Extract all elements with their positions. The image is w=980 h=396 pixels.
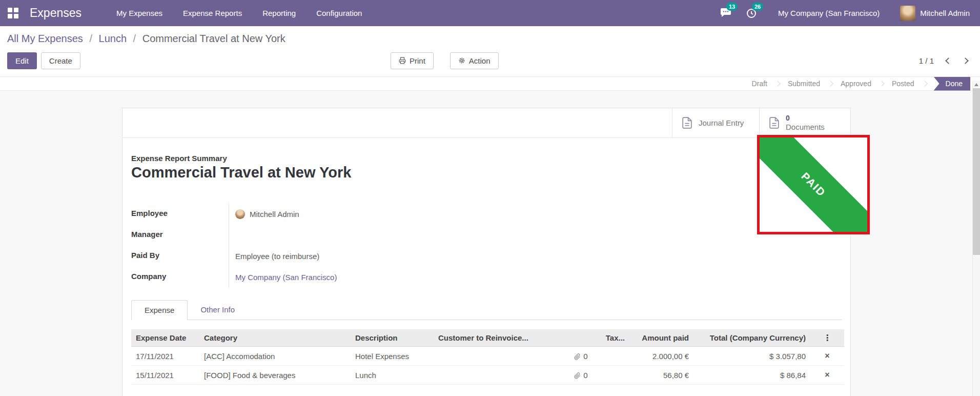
column-header-attachments — [562, 329, 600, 347]
field-value-company[interactable]: My Company (San Francisco) — [229, 267, 449, 288]
user-avatar — [900, 6, 915, 21]
column-header-amount-paid[interactable]: Amount paid — [629, 329, 693, 347]
field-label-company: Company — [131, 267, 229, 288]
cell-tax — [600, 366, 629, 385]
cell-attachments: 0 — [562, 347, 600, 366]
employee-avatar — [235, 209, 245, 219]
tab-expense[interactable]: Expense — [131, 300, 188, 320]
navbar-systray: 13 26 My Company (San Francisco) Mitchel… — [708, 6, 970, 21]
app-menu: My Expenses Expense Reports Reporting Co… — [116, 7, 362, 19]
top-navbar: Expenses My Expenses Expense Reports Rep… — [0, 0, 980, 26]
cell-expense-date: 17/11/2021 — [131, 347, 199, 366]
scrollbar-up-arrow-icon[interactable] — [974, 83, 978, 86]
pager-next-button[interactable] — [962, 57, 969, 64]
app-brand[interactable]: Expenses — [30, 6, 81, 20]
apps-menu-button[interactable] — [0, 0, 26, 26]
status-step-submitted[interactable]: Submitted — [780, 80, 828, 88]
journal-entry-button[interactable]: Journal Entry — [672, 108, 759, 137]
field-label-manager: Manager — [131, 225, 229, 246]
menu-item-my-expenses[interactable]: My Expenses — [116, 7, 162, 19]
column-header-category[interactable]: Category — [199, 329, 351, 347]
button-box-strip: Journal Entry 0 Documents — [122, 108, 850, 138]
column-header-empty — [539, 329, 562, 347]
form-sheet: Expense Report Summary Commercial Travel… — [122, 154, 850, 385]
messages-badge: 13 — [726, 3, 738, 11]
status-step-posted[interactable]: Posted — [884, 80, 923, 88]
user-menu[interactable]: Mitchell Admin — [900, 6, 970, 21]
column-header-description[interactable]: Description — [351, 329, 434, 347]
paperclip-icon — [574, 372, 581, 379]
report-title: Commercial Travel at New York — [131, 164, 842, 181]
cell-category: [ACC] Accomodation — [199, 347, 351, 366]
status-step-done-active[interactable]: Done — [934, 77, 970, 91]
menu-item-expense-reports[interactable]: Expense Reports — [183, 7, 242, 19]
cell-description: Lunch — [351, 366, 434, 385]
summary-field-label: Expense Report Summary — [131, 154, 842, 163]
activities-badge: 26 — [752, 3, 763, 11]
cell-customer — [434, 347, 539, 366]
tab-other-info[interactable]: Other Info — [188, 300, 248, 320]
messages-button[interactable]: 13 — [720, 7, 734, 20]
scrollbar-thumb[interactable] — [973, 88, 980, 255]
breadcrumb-current: Commercial Travel at New York — [142, 33, 285, 44]
cell-total: $ 3.057,80 — [693, 347, 810, 366]
field-value-employee: Mitchell Admin — [229, 204, 449, 225]
delete-row-button[interactable]: × — [810, 347, 844, 366]
breadcrumb-lunch[interactable]: Lunch — [99, 33, 127, 44]
menu-item-reporting[interactable]: Reporting — [262, 7, 296, 19]
gear-icon — [458, 57, 465, 64]
form-view-background: Journal Entry 0 Documents PAID Expense R… — [0, 108, 980, 396]
pager: 1 / 1 — [919, 56, 968, 65]
cell-expense-date: 15/11/2021 — [131, 366, 199, 385]
action-menus: Print Action — [391, 52, 499, 69]
company-switcher[interactable]: My Company (San Francisco) — [778, 9, 880, 17]
column-header-customer[interactable]: Customer to Reinvoice... — [434, 329, 539, 347]
breadcrumb-all-my-expenses[interactable]: All My Expenses — [7, 33, 83, 44]
apps-grid-icon — [8, 8, 18, 18]
user-name: Mitchell Admin — [920, 9, 970, 17]
cell-amount-paid: 56,80 € — [629, 366, 693, 385]
column-header-tax[interactable]: Tax... — [600, 329, 629, 347]
status-step-approved[interactable]: Approved — [832, 80, 880, 88]
documents-label: Documents — [786, 123, 825, 132]
cell-empty — [539, 347, 562, 366]
documents-count: 0 — [786, 114, 825, 123]
document-icon — [768, 116, 781, 129]
paperclip-icon — [574, 353, 581, 360]
table-row[interactable]: 17/11/2021 [ACC] Accomodation Hotel Expe… — [131, 347, 844, 366]
journal-entry-label: Journal Entry — [699, 118, 744, 127]
statusbar: Draft Submitted Approved Posted Done — [0, 76, 980, 91]
menu-item-configuration[interactable]: Configuration — [316, 7, 362, 19]
printer-icon — [399, 57, 406, 64]
breadcrumb-separator: / — [89, 33, 92, 44]
cell-attachments: 0 — [562, 366, 600, 385]
action-button[interactable]: Action — [450, 52, 499, 69]
vertical-scrollbar[interactable] — [972, 81, 980, 396]
cell-empty — [539, 366, 562, 385]
breadcrumb: All My Expenses / Lunch / Commercial Tra… — [7, 33, 968, 45]
pager-count[interactable]: 1 / 1 — [919, 56, 934, 65]
status-separator-icon — [922, 81, 927, 86]
column-header-total[interactable]: Total (Company Currency) — [693, 329, 810, 347]
status-step-draft[interactable]: Draft — [744, 80, 775, 88]
cell-total: $ 86,84 — [693, 366, 810, 385]
print-button[interactable]: Print — [391, 52, 434, 69]
expense-lines-table: Expense Date Category Description Custom… — [131, 329, 844, 385]
edit-button[interactable]: Edit — [7, 52, 37, 69]
cell-description: Hotel Expenses — [351, 347, 434, 366]
table-row[interactable]: 15/11/2021 [FOOD] Food & beverages Lunch… — [131, 366, 844, 385]
pager-previous-button[interactable] — [945, 57, 952, 64]
create-button[interactable]: Create — [41, 52, 80, 69]
cell-tax — [600, 347, 629, 366]
activities-button[interactable]: 26 — [745, 7, 760, 20]
document-icon — [681, 116, 693, 129]
control-panel-buttons-row: Edit Create Print Action 1 / 1 — [7, 51, 968, 70]
column-header-expense-date[interactable]: Expense Date — [131, 329, 199, 347]
form-card: Journal Entry 0 Documents PAID Expense R… — [122, 108, 851, 396]
paid-ribbon: PAID — [757, 135, 870, 234]
notebook-tabs: Expense Other Info — [131, 300, 842, 320]
documents-button[interactable]: 0 Documents — [759, 108, 850, 137]
column-options-button[interactable]: ⋮ — [810, 329, 844, 347]
paid-ribbon-text: PAID — [799, 170, 828, 199]
delete-row-button[interactable]: × — [810, 366, 844, 385]
